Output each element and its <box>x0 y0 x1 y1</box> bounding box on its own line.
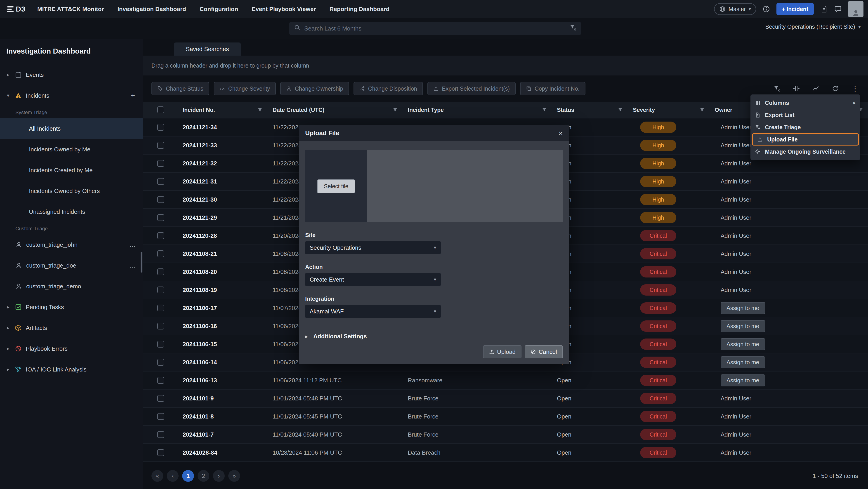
add-triage-icon[interactable]: + <box>128 92 138 100</box>
kebab-menu-icon[interactable]: ⋮ <box>851 84 859 93</box>
row-checkbox[interactable] <box>157 323 164 329</box>
sidebar-item-artifacts[interactable]: ▸ Artifacts <box>0 318 143 338</box>
sidebar-item-custom-triage-john[interactable]: custom_triage_john … <box>0 234 143 255</box>
more-options-icon[interactable]: … <box>129 241 136 248</box>
page-1-button[interactable]: 1 <box>182 470 194 482</box>
select-all-checkbox[interactable] <box>157 106 164 113</box>
sidebar-item-all-incidents[interactable]: All Incidents <box>0 118 143 139</box>
chat-icon[interactable] <box>834 5 842 13</box>
column-filter-icon[interactable] <box>393 107 398 112</box>
sidebar-scrollbar[interactable] <box>141 252 143 272</box>
change-ownership-button[interactable]: Change Ownership <box>280 82 349 95</box>
menu-item-columns[interactable]: Columns ▸ <box>750 97 860 109</box>
site-selector[interactable]: Security Operations (Recipient Site) ▾ <box>765 24 861 30</box>
cancel-button[interactable]: Cancel <box>525 345 563 358</box>
additional-settings-toggle[interactable]: ▸ Additional Settings <box>305 333 563 340</box>
user-avatar[interactable] <box>848 1 864 17</box>
row-checkbox[interactable] <box>157 160 164 167</box>
page-2-button[interactable]: 2 <box>197 470 209 482</box>
sidebar-item-ioa-ioc-link-analysis[interactable]: ▸ IOA / IOC Link Analysis <box>0 359 143 380</box>
table-row[interactable]: 20241101-9 11/01/2024 05:48 PM UTC Brute… <box>143 390 868 408</box>
document-icon[interactable] <box>820 5 828 13</box>
upload-button[interactable]: Upload <box>483 345 522 358</box>
info-icon[interactable] <box>763 5 770 13</box>
change-disposition-button[interactable]: Change Disposition <box>353 82 423 95</box>
row-checkbox[interactable] <box>157 124 164 131</box>
header-status[interactable]: Status <box>552 102 627 118</box>
row-checkbox[interactable] <box>157 268 164 275</box>
change-status-button[interactable]: Change Status <box>151 82 209 95</box>
chart-icon[interactable] <box>812 85 819 92</box>
row-checkbox[interactable] <box>157 287 164 293</box>
sidebar-item-incidents-owned-by-me[interactable]: Incidents Owned by Me <box>0 139 143 160</box>
change-severity-button[interactable]: Change Severity <box>214 82 276 95</box>
more-options-icon[interactable]: … <box>129 283 136 290</box>
nav-reporting-dashboard[interactable]: Reporting Dashboard <box>330 6 390 13</box>
export-selected-incidents-button[interactable]: Export Selected Incident(s) <box>428 82 516 95</box>
table-row[interactable]: 20241101-7 11/01/2024 05:40 PM UTC Brute… <box>143 426 868 444</box>
row-checkbox[interactable] <box>157 413 164 420</box>
sidebar-item-custom-triage-demo[interactable]: custom_triage_demo … <box>0 276 143 297</box>
assign-to-me-button[interactable]: Assign to me <box>721 302 765 314</box>
action-dropdown[interactable]: Create Event ▾ <box>305 273 441 286</box>
nav-mitre-attack-monitor[interactable]: MITRE ATT&CK Monitor <box>37 6 104 13</box>
menu-item-export-list[interactable]: Export List <box>750 109 860 121</box>
assign-to-me-button[interactable]: Assign to me <box>721 320 765 332</box>
header-incident-no[interactable]: Incident No. <box>177 102 267 118</box>
sidebar-item-events[interactable]: ▸ Events <box>0 64 143 85</box>
refresh-icon[interactable] <box>832 85 839 92</box>
clear-filter-icon[interactable] <box>774 85 780 92</box>
close-icon[interactable]: × <box>558 129 563 137</box>
assign-to-me-button[interactable]: Assign to me <box>721 338 765 350</box>
table-row[interactable]: 20241106-13 11/06/2024 11:12 PM UTC Rans… <box>143 371 868 390</box>
tab-saved-searches[interactable]: Saved Searches <box>174 42 241 56</box>
integration-dropdown[interactable]: Akamai WAF ▾ <box>305 305 441 318</box>
sidebar-item-incidents-created-by-me[interactable]: Incidents Created by Me <box>0 160 143 181</box>
page-first-button[interactable]: « <box>151 470 163 482</box>
column-filter-icon[interactable] <box>618 107 623 112</box>
master-site-dropdown[interactable]: Master ▾ <box>714 3 756 15</box>
sidebar-item-custom-triage-doe[interactable]: custom_triage_doe … <box>0 255 143 276</box>
nav-investigation-dashboard[interactable]: Investigation Dashboard <box>118 6 186 13</box>
file-drop-area[interactable] <box>367 150 563 222</box>
row-checkbox[interactable] <box>157 431 164 438</box>
more-options-icon[interactable]: … <box>129 262 136 269</box>
sidebar-item-unassigned-incidents[interactable]: Unassigned Incidents <box>0 201 143 222</box>
row-checkbox[interactable] <box>157 359 164 366</box>
menu-item-upload-file[interactable]: Upload File <box>752 133 859 145</box>
filter-icon[interactable] <box>569 24 577 33</box>
menu-item-manage-ongoing-surveillance[interactable]: Manage Ongoing Surveillance <box>750 145 860 158</box>
row-checkbox[interactable] <box>157 304 164 312</box>
select-file-button[interactable]: Select file <box>317 180 355 193</box>
row-checkbox[interactable] <box>157 178 164 185</box>
page-next-button[interactable]: › <box>213 470 225 482</box>
group-by-bar[interactable]: Drag a column header and drop it here to… <box>143 56 868 75</box>
table-row[interactable]: 20241101-8 11/01/2024 05:45 PM UTC Brute… <box>143 408 868 426</box>
page-last-button[interactable]: » <box>228 470 240 482</box>
d3-logo[interactable]: D3 <box>7 5 26 13</box>
row-checkbox[interactable] <box>157 341 164 348</box>
row-checkbox[interactable] <box>157 449 164 456</box>
add-incident-button[interactable]: + Incident <box>776 3 814 15</box>
row-checkbox[interactable] <box>157 196 164 203</box>
header-severity[interactable]: Severity <box>627 102 709 118</box>
row-checkbox[interactable] <box>157 395 164 402</box>
copy-incident-no-button[interactable]: Copy Incident No. <box>520 82 585 95</box>
row-checkbox[interactable] <box>157 214 164 221</box>
sidebar-item-pending-tasks[interactable]: ▸ Pending Tasks <box>0 297 143 318</box>
header-incident-type[interactable]: Incident Type <box>402 102 552 118</box>
column-filter-icon[interactable] <box>257 107 263 112</box>
row-checkbox[interactable] <box>157 232 164 239</box>
page-prev-button[interactable]: ‹ <box>167 470 179 482</box>
row-checkbox[interactable] <box>157 377 164 384</box>
row-checkbox[interactable] <box>157 142 164 149</box>
row-checkbox[interactable] <box>157 250 164 257</box>
menu-item-create-triage[interactable]: Create Triage <box>750 121 860 133</box>
sidebar-item-playbook-errors[interactable]: ▸ Playbook Errors <box>0 338 143 359</box>
nav-configuration[interactable]: Configuration <box>199 6 238 13</box>
nav-event-playbook-viewer[interactable]: Event Playbook Viewer <box>252 6 316 13</box>
assign-to-me-button[interactable]: Assign to me <box>721 374 765 386</box>
sidebar-item-incidents-owned-by-others[interactable]: Incidents Owned by Others <box>0 181 143 201</box>
header-date-created[interactable]: Date Created (UTC) <box>267 102 402 118</box>
sidebar-item-incidents[interactable]: ▾ Incidents + <box>0 85 143 106</box>
